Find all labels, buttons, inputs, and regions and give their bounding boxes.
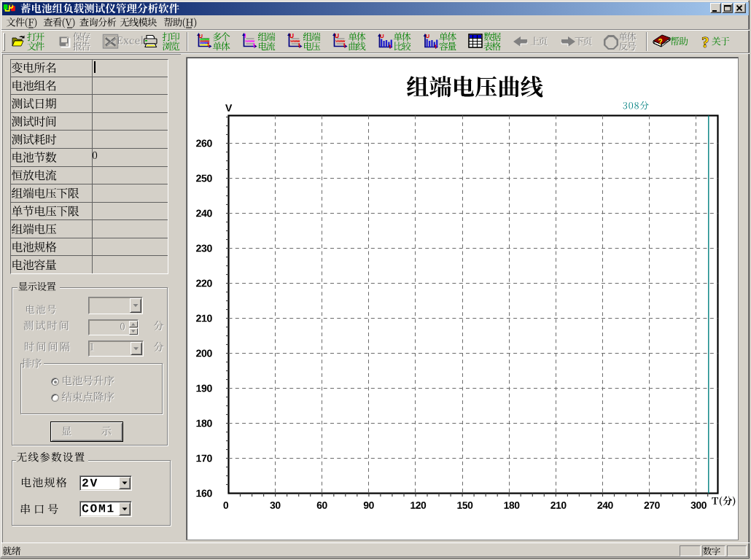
svg-text:t: t [389, 43, 392, 50]
svg-text:t: t [435, 43, 437, 50]
svg-text:U: U [335, 32, 339, 39]
svg-text:U: U [380, 33, 384, 39]
svg-text:?: ? [702, 34, 709, 50]
svg-text:U: U [289, 32, 294, 39]
svg-text:t: t [208, 41, 210, 48]
svg-text:t: t [298, 42, 300, 49]
svg-text:?: ? [658, 38, 663, 46]
svg-text:I: I [244, 32, 246, 39]
svg-text:U: U [426, 33, 430, 39]
svg-text:t: t [253, 42, 255, 49]
svg-text:t: t [343, 42, 346, 49]
